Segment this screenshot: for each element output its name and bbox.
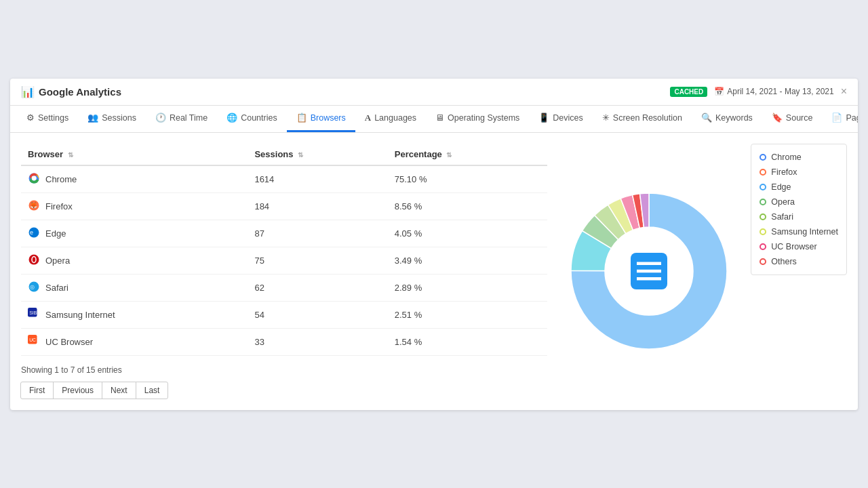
cell-sessions: 87 (248, 220, 387, 247)
tab-languages-label: Languages (374, 113, 416, 123)
cell-sessions: 1614 (248, 165, 387, 193)
cell-sessions: 54 (248, 301, 387, 328)
browsers-table: Browser ⇅ Sessions ⇅ Percentage ⇅ Chrome… (21, 144, 547, 356)
table-row: SIB Samsung Internet 54 2.51 % (21, 301, 547, 328)
cell-percentage: 2.51 % (388, 301, 548, 328)
table-row: Chrome 1614 75.10 % (21, 165, 547, 193)
col-sessions[interactable]: Sessions ⇅ (248, 144, 387, 165)
uc-browser-logo: UC (28, 335, 40, 349)
tab-browsers-label: Browsers (311, 113, 346, 123)
card-title-text: Google Analytics (39, 86, 121, 98)
tab-pages[interactable]: 📄 Pages (822, 106, 858, 132)
tab-source[interactable]: 🔖 Source (762, 106, 823, 132)
cell-browser: 🦊 Firefox (21, 192, 248, 220)
firefox-logo: 🦊 (28, 199, 40, 214)
date-range-text: April 14, 2021 - May 13, 2021 (727, 87, 833, 96)
svg-text:SIB: SIB (29, 310, 37, 314)
table-row: 🦊 Firefox 184 8.56 % (21, 192, 547, 220)
legend-item-edge: Edge (760, 182, 838, 192)
col-browser[interactable]: Browser ⇅ (21, 144, 248, 165)
legend-dot (760, 228, 766, 235)
legend-label: Safari (771, 212, 793, 222)
browser-name: Opera (45, 256, 70, 266)
tab-screen-resolution-label: Screen Resolution (613, 113, 682, 123)
tab-sessions[interactable]: 👥 Sessions (78, 106, 146, 132)
legend-item-uc-browser: UC Browser (760, 242, 838, 251)
donut-chart (561, 180, 737, 363)
languages-icon: A (365, 113, 371, 123)
close-button[interactable]: × (841, 86, 847, 97)
cell-percentage: 2.89 % (388, 274, 548, 301)
samsung-internet-logo: SIB (28, 308, 40, 322)
edge-logo: e (28, 226, 40, 241)
tab-devices-label: Devices (553, 113, 583, 123)
legend-label: Firefox (771, 167, 797, 177)
date-range: 📅 April 14, 2021 - May 13, 2021 (714, 87, 833, 96)
table-row: ◎ Safari 62 2.89 % (21, 274, 547, 301)
legend-label: Samsung Internet (771, 227, 838, 237)
previous-button[interactable]: Previous (53, 382, 102, 399)
legend-dot (760, 184, 766, 190)
analytics-icon: 📊 (21, 85, 35, 98)
cell-sessions: 184 (248, 192, 387, 220)
devices-icon: 📱 (538, 113, 549, 123)
tab-browsers[interactable]: 📋 Browsers (287, 106, 355, 132)
legend-dot (760, 154, 766, 161)
cell-sessions: 62 (248, 274, 387, 301)
browser-name: Safari (45, 283, 68, 293)
countries-icon: 🌐 (226, 113, 237, 123)
legend-dot (760, 169, 766, 176)
os-icon: 🖥 (435, 113, 444, 123)
table-row: e Edge 87 4.05 % (21, 220, 547, 247)
calendar-icon: 📅 (714, 87, 724, 96)
legend-label: Edge (771, 182, 791, 192)
tab-realtime[interactable]: 🕐 Real Time (146, 106, 217, 132)
pagination-info: Showing 1 to 7 of 15 entries (21, 365, 547, 375)
analytics-card: 📊 Google Analytics CACHED 📅 April 14, 20… (10, 79, 858, 410)
chart-legend: Chrome Firefox Edge Opera Safari Samsung… (751, 144, 847, 275)
cell-percentage: 3.49 % (388, 247, 548, 274)
tab-languages[interactable]: A Languages (355, 106, 426, 132)
first-button[interactable]: First (20, 382, 54, 399)
card-title: 📊 Google Analytics (21, 85, 121, 98)
tab-screen-resolution[interactable]: ✳ Screen Resolution (593, 106, 692, 132)
cell-browser: Chrome (21, 165, 248, 193)
sessions-icon: 👥 (87, 113, 98, 123)
legend-item-others: Others (760, 257, 838, 266)
tab-settings[interactable]: ⚙ Settings (17, 106, 78, 132)
cell-browser: Opera (21, 247, 248, 274)
keywords-icon: 🔍 (701, 113, 712, 123)
tab-countries[interactable]: 🌐 Countries (217, 106, 287, 132)
pages-icon: 📄 (831, 113, 842, 123)
safari-logo: ◎ (28, 281, 40, 295)
tab-keywords[interactable]: 🔍 Keywords (692, 106, 762, 132)
nav-tabs: ⚙ Settings 👥 Sessions 🕐 Real Time 🌐 Coun… (10, 106, 858, 133)
table-section: Browser ⇅ Sessions ⇅ Percentage ⇅ Chrome… (21, 144, 547, 399)
tab-keywords-label: Keywords (715, 113, 753, 123)
cell-browser: UC UC Browser (21, 328, 248, 355)
chart-section: Chrome Firefox Edge Opera Safari Samsung… (561, 144, 847, 399)
cell-sessions: 33 (248, 328, 387, 355)
tab-operating-systems[interactable]: 🖥 Operating Systems (426, 106, 529, 132)
legend-dot (760, 258, 766, 265)
legend-label: Chrome (771, 152, 801, 162)
last-button[interactable]: Last (136, 382, 169, 399)
chrome-logo (28, 172, 40, 186)
tab-countries-label: Countries (241, 113, 277, 123)
realtime-icon: 🕐 (155, 113, 166, 123)
browser-name: Samsung Internet (45, 310, 115, 320)
legend-item-firefox: Firefox (760, 167, 838, 177)
table-row: UC UC Browser 33 1.54 % (21, 328, 547, 355)
legend-item-chrome: Chrome (760, 152, 838, 162)
source-icon: 🔖 (772, 113, 783, 123)
legend-item-safari: Safari (760, 212, 838, 222)
browser-name: UC Browser (45, 337, 93, 347)
legend-item-samsung-internet: Samsung Internet (760, 227, 838, 237)
col-percentage[interactable]: Percentage ⇅ (388, 144, 548, 165)
donut-center-icon (631, 253, 667, 289)
legend-label: Opera (771, 197, 795, 207)
browser-name: Firefox (45, 201, 73, 211)
cached-badge: CACHED (670, 87, 707, 97)
next-button[interactable]: Next (102, 382, 136, 399)
tab-devices[interactable]: 📱 Devices (529, 106, 592, 132)
